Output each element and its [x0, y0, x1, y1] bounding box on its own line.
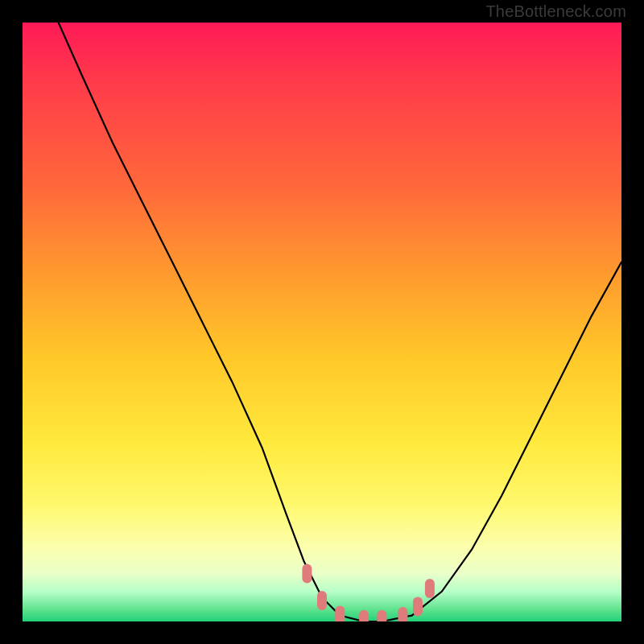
- bottleneck-curve-path: [59, 23, 621, 621]
- curve-layer: [59, 23, 621, 621]
- marker-layer: [302, 564, 435, 622]
- plot-area: [23, 23, 621, 621]
- curve-marker: [413, 597, 423, 616]
- curve-marker: [359, 610, 369, 621]
- curve-marker: [425, 579, 435, 598]
- curve-marker: [302, 564, 312, 584]
- curve-marker: [398, 607, 407, 621]
- watermark-text: TheBottleneck.com: [485, 2, 626, 21]
- curve-marker: [377, 610, 386, 621]
- curve-marker: [317, 591, 327, 610]
- chart-frame: TheBottleneck.com: [0, 0, 644, 644]
- curve-marker: [335, 606, 345, 621]
- chart-svg: [23, 23, 621, 621]
